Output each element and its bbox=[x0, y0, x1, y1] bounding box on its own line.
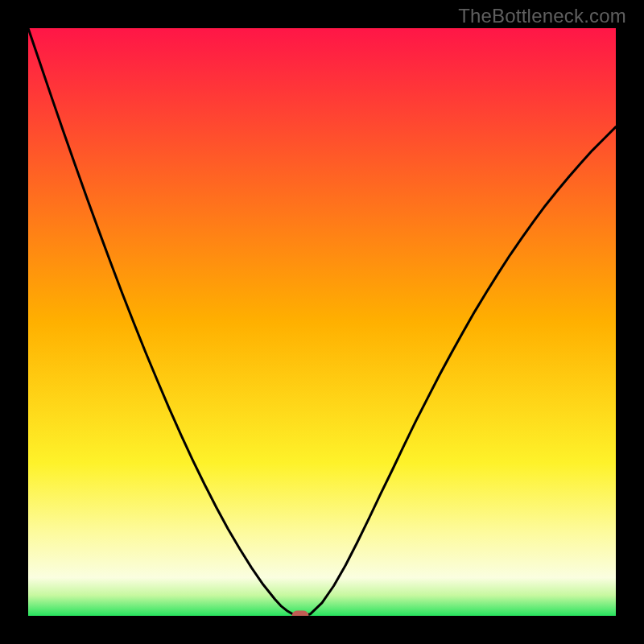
optimal-point-marker bbox=[292, 611, 309, 617]
plot-area bbox=[28, 28, 616, 616]
bottleneck-curve-chart bbox=[28, 28, 616, 616]
watermark-text: TheBottleneck.com bbox=[458, 5, 626, 27]
gradient-background bbox=[28, 28, 616, 616]
chart-frame: TheBottleneck.com bbox=[0, 0, 644, 644]
